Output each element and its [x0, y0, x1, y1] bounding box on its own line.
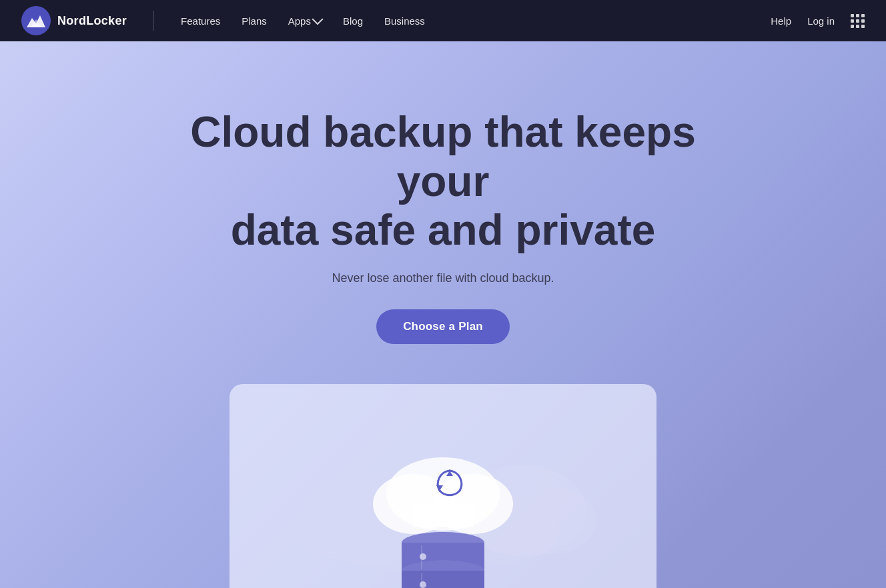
nav-link-plans[interactable]: Plans — [242, 15, 267, 27]
choose-plan-button[interactable]: Choose a Plan — [376, 309, 510, 344]
hero-subtitle: Never lose another file with cloud backu… — [332, 271, 554, 285]
nav-divider — [153, 11, 154, 31]
svg-rect-10 — [413, 504, 473, 527]
nav-link-apps[interactable]: Apps — [288, 15, 322, 27]
logo-text: NordLocker — [57, 14, 127, 28]
nav-links: Features Plans Apps Blog Business — [181, 15, 425, 27]
nav-link-features[interactable]: Features — [181, 15, 220, 27]
svg-point-16 — [420, 553, 426, 560]
cloud-backup-illustration — [276, 391, 610, 588]
navbar: NordLocker Features Plans Apps Blog Busi… — [0, 0, 886, 41]
illustration-card — [230, 384, 656, 588]
nav-link-business[interactable]: Business — [384, 15, 425, 27]
nav-link-login[interactable]: Log in — [807, 15, 835, 27]
navbar-right: Help Log in — [771, 14, 865, 28]
svg-rect-18 — [402, 571, 484, 588]
hero-section: Cloud backup that keeps your data safe a… — [0, 41, 886, 588]
chevron-down-icon — [312, 14, 323, 25]
nav-link-help[interactable]: Help — [771, 15, 791, 27]
hero-title: Cloud backup that keeps your data safe a… — [183, 108, 703, 255]
nordlocker-logo-icon — [21, 6, 51, 35]
grid-apps-icon[interactable] — [851, 14, 865, 28]
nav-link-blog[interactable]: Blog — [343, 15, 363, 27]
svg-point-20 — [420, 581, 426, 588]
logo-area[interactable]: NordLocker — [21, 6, 127, 35]
navbar-left: NordLocker Features Plans Apps Blog Busi… — [21, 6, 425, 35]
